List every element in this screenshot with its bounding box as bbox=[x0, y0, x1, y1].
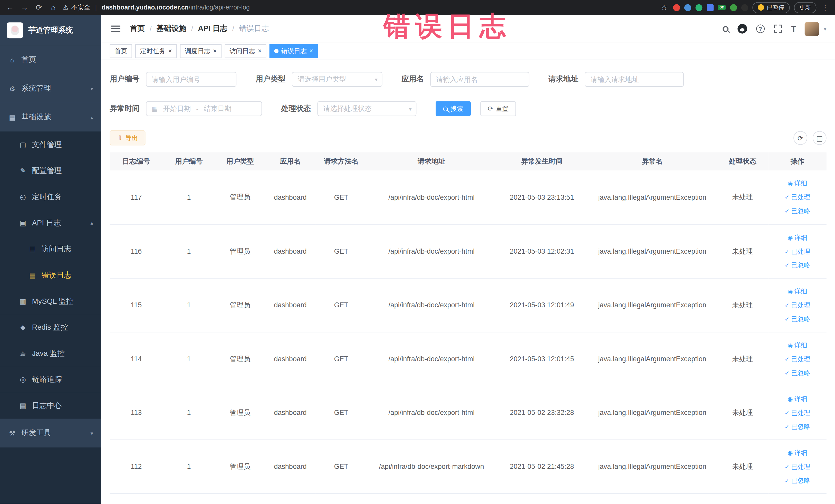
close-icon[interactable]: × bbox=[258, 48, 262, 55]
breadcrumb-home[interactable]: 首页 bbox=[130, 24, 145, 33]
table-row: 112 1 管理员 dashboard GET /api/infra/db-do… bbox=[109, 440, 826, 493]
mark-ignored-link[interactable]: ✓已忽略 bbox=[772, 204, 823, 218]
cell-process-status: 未处理 bbox=[717, 332, 768, 386]
tab-access-log[interactable]: 访问日志 × bbox=[225, 44, 266, 58]
cell-app-name: dashboard bbox=[265, 332, 315, 386]
mark-processed-link[interactable]: ✓已处理 bbox=[772, 298, 823, 312]
col-exception-time: 异常发生时间 bbox=[496, 152, 588, 170]
sidebar-item-java-monitor[interactable]: ☕ Java 监控 bbox=[0, 340, 101, 367]
app-logo[interactable]: 芋道管理系统 bbox=[0, 15, 101, 45]
mark-processed-link[interactable]: ✓已处理 bbox=[772, 459, 823, 473]
java-icon: ☕ bbox=[19, 349, 27, 357]
mark-processed-link[interactable]: ✓已处理 bbox=[772, 406, 823, 420]
sidebar-item-home[interactable]: ⌂ 首页 bbox=[0, 45, 101, 74]
sidebar-item-api-log[interactable]: ▣ API 日志 ▴ bbox=[0, 210, 101, 236]
mark-ignored-link[interactable]: ✓已忽略 bbox=[772, 473, 823, 487]
tab-schedule-log[interactable]: 调度日志 × bbox=[180, 44, 222, 58]
github-icon[interactable] bbox=[737, 24, 747, 33]
cell-actions: ◉详细 ✓已处理 ✓已忽略 bbox=[768, 386, 826, 440]
sidebar-item-scheduled-jobs[interactable]: ◴ 定时任务 bbox=[0, 184, 101, 210]
detail-link[interactable]: ◉详细 bbox=[772, 284, 823, 298]
extension-icon[interactable] bbox=[707, 4, 714, 11]
tab-home[interactable]: 首页 bbox=[109, 44, 132, 58]
extension-icon[interactable] bbox=[696, 4, 702, 11]
reload-icon[interactable]: ⟳ bbox=[34, 3, 44, 12]
app-title: 芋道管理系统 bbox=[28, 25, 73, 35]
start-date-placeholder: 开始日期 bbox=[163, 104, 191, 114]
url-domain: dashboard.yudao.iocoder.cn bbox=[102, 4, 189, 11]
help-icon[interactable]: ? bbox=[756, 24, 765, 33]
sidebar-item-system-management[interactable]: ⚙ 系统管理 ▾ bbox=[0, 74, 101, 103]
extension-icon[interactable] bbox=[730, 4, 737, 11]
sidebar-item-mysql-monitor[interactable]: ▥ MySQL 监控 bbox=[0, 288, 101, 314]
request-url-input[interactable] bbox=[585, 72, 684, 87]
extension-icon[interactable] bbox=[684, 4, 691, 11]
mark-ignored-link[interactable]: ✓已忽略 bbox=[772, 258, 823, 272]
cell-user-type: 管理员 bbox=[215, 440, 265, 493]
reset-button[interactable]: ⟳ 重置 bbox=[480, 101, 516, 116]
mark-ignored-link[interactable]: ✓已忽略 bbox=[772, 366, 823, 380]
detail-link[interactable]: ◉详细 bbox=[772, 230, 823, 244]
cell-user-id: 1 bbox=[163, 170, 215, 224]
search-icon[interactable] bbox=[722, 26, 729, 32]
search-button[interactable]: 搜索 bbox=[435, 101, 471, 116]
sidebar-item-redis-monitor[interactable]: ◆ Redis 监控 bbox=[0, 314, 101, 340]
mark-ignored-link[interactable]: ✓已忽略 bbox=[772, 420, 823, 434]
detail-link[interactable]: ◉详细 bbox=[772, 338, 823, 352]
mark-processed-link[interactable]: ✓已处理 bbox=[772, 244, 823, 258]
sidebar-item-trace[interactable]: ◎ 链路追踪 bbox=[0, 366, 101, 392]
close-icon[interactable]: × bbox=[213, 48, 217, 55]
fullscreen-icon[interactable] bbox=[774, 24, 782, 33]
log-icon: ▣ bbox=[19, 219, 27, 227]
caret-down-icon[interactable]: ▾ bbox=[824, 26, 826, 32]
tab-error-log[interactable]: 错误日志 × bbox=[269, 44, 318, 58]
sidebar-item-config-management[interactable]: ✎ 配置管理 bbox=[0, 158, 101, 184]
user-id-input[interactable] bbox=[146, 72, 237, 87]
chevron-up-icon: ▴ bbox=[90, 220, 93, 226]
tab-scheduled-jobs[interactable]: 定时任务 × bbox=[135, 44, 177, 58]
sidebar-item-file-management[interactable]: ▢ 文件管理 bbox=[0, 132, 101, 158]
user-avatar[interactable] bbox=[805, 22, 819, 36]
extension-on-badge[interactable]: on bbox=[718, 5, 726, 10]
mark-processed-link[interactable]: ✓已处理 bbox=[772, 190, 823, 204]
table-row: 115 1 管理员 dashboard GET /api/infra/db-do… bbox=[109, 278, 826, 332]
exception-time-range-picker[interactable]: ▦ 开始日期 - 结束日期 bbox=[146, 101, 262, 116]
chevron-down-icon: ▾ bbox=[375, 77, 377, 82]
cell-actions: ◉详细 ✓已处理 ✓已忽略 bbox=[768, 170, 826, 224]
user-type-select[interactable]: 请选择用户类型 ▾ bbox=[292, 72, 383, 87]
update-button[interactable]: 更新 bbox=[794, 2, 816, 13]
address-bar[interactable]: dashboard.yudao.iocoder.cn/infra/log/api… bbox=[102, 4, 655, 11]
close-icon[interactable]: × bbox=[168, 48, 172, 55]
forward-icon[interactable]: → bbox=[20, 3, 29, 12]
export-button[interactable]: ⇩ 导出 bbox=[109, 130, 145, 145]
sidebar-item-error-log[interactable]: ▤ 错误日志 bbox=[0, 262, 101, 288]
process-status-select[interactable]: 请选择处理状态 ▾ bbox=[317, 101, 416, 116]
detail-link[interactable]: ◉详细 bbox=[772, 176, 823, 190]
breadcrumb-infrastructure[interactable]: 基础设施 bbox=[157, 24, 186, 33]
url-path: /infra/log/api-error-log bbox=[189, 4, 250, 11]
detail-link[interactable]: ◉详细 bbox=[772, 445, 823, 459]
close-icon[interactable]: × bbox=[309, 48, 313, 55]
hamburger-icon[interactable] bbox=[109, 28, 121, 29]
paused-badge[interactable]: 已暂停 bbox=[752, 2, 790, 13]
sidebar-item-infrastructure[interactable]: ▤ 基础设施 ▴ bbox=[0, 103, 101, 132]
font-size-icon[interactable]: T bbox=[791, 24, 795, 33]
breadcrumb-api-log[interactable]: API 日志 bbox=[198, 24, 227, 33]
app-name-input[interactable] bbox=[430, 72, 529, 87]
security-indicator[interactable]: ⚠ 不安全 bbox=[63, 3, 90, 12]
detail-link[interactable]: ◉详细 bbox=[772, 392, 823, 406]
mark-processed-link[interactable]: ✓已处理 bbox=[772, 352, 823, 366]
cell-app-name: dashboard bbox=[265, 386, 315, 440]
home-icon[interactable]: ⌂ bbox=[48, 3, 58, 12]
mark-ignored-link[interactable]: ✓已忽略 bbox=[772, 312, 823, 326]
back-icon[interactable]: ← bbox=[5, 3, 15, 12]
sidebar-item-dev-tools[interactable]: ⚒ 研发工具 ▾ bbox=[0, 419, 101, 447]
extension-icon[interactable] bbox=[741, 4, 748, 11]
refresh-table-button[interactable]: ⟳ bbox=[793, 131, 807, 145]
sidebar-item-access-log[interactable]: ▤ 访问日志 bbox=[0, 236, 101, 262]
browser-menu-icon[interactable]: ⋮ bbox=[821, 3, 830, 11]
bookmark-star-icon[interactable]: ☆ bbox=[659, 3, 669, 12]
extension-icon[interactable] bbox=[673, 4, 680, 11]
sidebar-item-log-center[interactable]: ▤ 日志中心 bbox=[0, 392, 101, 419]
column-settings-button[interactable]: ▥ bbox=[813, 131, 827, 145]
